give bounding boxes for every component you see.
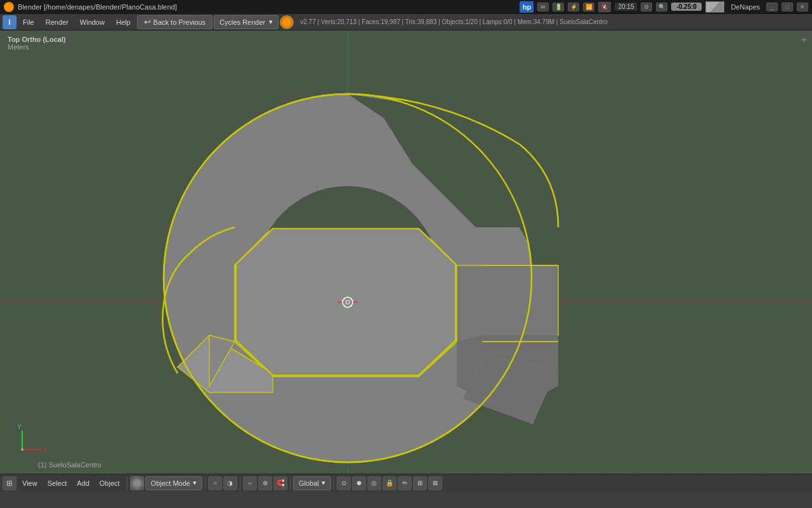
global-dropdown-arrow: ▾ [322,479,325,487]
hp-logo: hp [520,1,534,13]
object-menu[interactable]: Object [95,476,124,490]
title-bar: Blender [/home/denapes/Blender/PlanoCasa… [0,0,812,14]
object-name-label: (1) SueloSalaCentro [38,461,102,469]
select-menu[interactable]: Select [43,476,72,490]
theme-preview [705,1,724,13]
svg-point-62 [164,94,532,462]
battery-icon: 🔋 [553,3,564,11]
bottom-toolbar: ⊞ View Select Add Object Object Mode ▾ ○… [0,474,812,491]
grease-pencil-icon[interactable]: ✏ [398,476,412,490]
blender-sphere-icon [280,15,294,29]
separator-3 [240,477,240,490]
search-icon[interactable]: 🔍 [656,3,667,11]
window-menu[interactable]: Window [75,15,110,29]
back-to-previous-button[interactable]: ↩ Back to Previous [137,15,213,29]
shading-sphere-icon [130,476,144,490]
close-button[interactable]: ✕ [797,3,808,11]
menu-bar: i File Render Window Help ↩ Back to Prev… [0,14,812,30]
mode-dropdown-arrow: ▾ [193,479,197,487]
transform-orientation-dropdown[interactable]: Global ▾ [293,476,331,490]
svg-line-74 [350,298,351,300]
svg-marker-43 [178,335,273,392]
mode-dropdown[interactable]: Object Mode ▾ [145,476,202,490]
svg-line-73 [350,305,351,306]
extra-icon-2[interactable]: ⊠ [428,476,442,490]
separator-4 [290,477,291,490]
svg-text:Y: Y [17,424,22,431]
viewport-type-icon[interactable]: ⊞ [3,476,16,490]
volume-icon[interactable]: 🔇 [598,2,611,12]
help-menu[interactable]: Help [111,15,136,29]
svg-marker-58 [236,229,455,375]
version-info: v2.77 | Verts:20,713 | Faces:19,987 | Tr… [295,18,608,25]
svg-marker-41 [235,227,457,377]
separator-5 [334,477,334,490]
viewport-3d[interactable]: X Y Top Ortho (Local) Meters + (1) Suelo… [0,30,812,474]
view-menu[interactable]: View [18,476,42,490]
autokeying-icon[interactable]: ⏺ [352,476,366,490]
viewport-svg: X Y [0,30,812,474]
svg-point-67 [346,300,350,304]
svg-point-40 [164,94,532,462]
svg-marker-61 [463,354,558,424]
svg-marker-42 [348,94,558,240]
blender-info-icon[interactable]: i [3,15,16,29]
svg-marker-59 [457,265,558,354]
minimize-button[interactable]: _ [766,3,778,11]
viewport-label: Top Ortho (Local) Meters [8,36,65,51]
wifi-icon: 📶 [583,3,594,11]
settings-icon[interactable]: ⚙ [641,3,652,11]
extra-icon-1[interactable]: ⊞ [413,476,427,490]
render-menu[interactable]: Render [41,15,74,29]
svg-point-51 [256,186,440,370]
svg-marker-45 [381,99,558,227]
svg-text:X: X [43,446,48,453]
proportional-edit-icon[interactable]: ⊙ [337,476,351,490]
svg-line-75 [344,305,345,306]
email-icon[interactable]: ✉ [537,3,549,11]
separator-2 [205,477,206,490]
add-menu[interactable]: Add [72,476,94,490]
units-label: Meters [8,43,65,51]
bluetooth-icon: ⚡ [568,3,579,11]
svg-line-72 [344,298,345,300]
zoom-level: -0.25:0 [671,3,702,11]
dropdown-arrow-icon: ▾ [269,18,273,26]
render-mode-icon[interactable]: ◑ [223,476,237,490]
svg-line-50 [476,94,558,157]
render-engine-dropdown[interactable]: Cycles Render ▾ [214,15,278,29]
svg-marker-60 [457,335,558,411]
transform-manipulator-icon[interactable]: ↔ [243,476,257,490]
username: DeNapes [728,3,763,11]
svg-marker-63 [236,229,455,375]
svg-point-66 [343,297,353,307]
onion-skin-icon[interactable]: ◎ [367,476,381,490]
snap-icon[interactable]: 🧲 [273,476,287,490]
separator-1 [127,477,128,490]
maximize-button[interactable]: □ [782,3,793,11]
lock-icon[interactable]: 🔒 [383,476,396,490]
window-title: Blender [/home/denapes/Blender/PlanoCasa… [18,3,177,11]
file-menu[interactable]: File [18,15,39,29]
blender-app-icon [4,2,14,12]
view-name: Top Ortho (Local) [8,36,65,43]
viewport-corner-plus[interactable]: + [801,34,807,46]
svg-point-78 [21,448,23,451]
svg-marker-44 [209,335,235,386]
clock-display: 20:15 [615,3,637,11]
back-arrow-icon: ↩ [144,17,151,27]
pivot-icon[interactable]: ⊕ [258,476,272,490]
viewport-shading-icon[interactable]: ○ [208,476,222,490]
svg-rect-0 [0,30,812,474]
